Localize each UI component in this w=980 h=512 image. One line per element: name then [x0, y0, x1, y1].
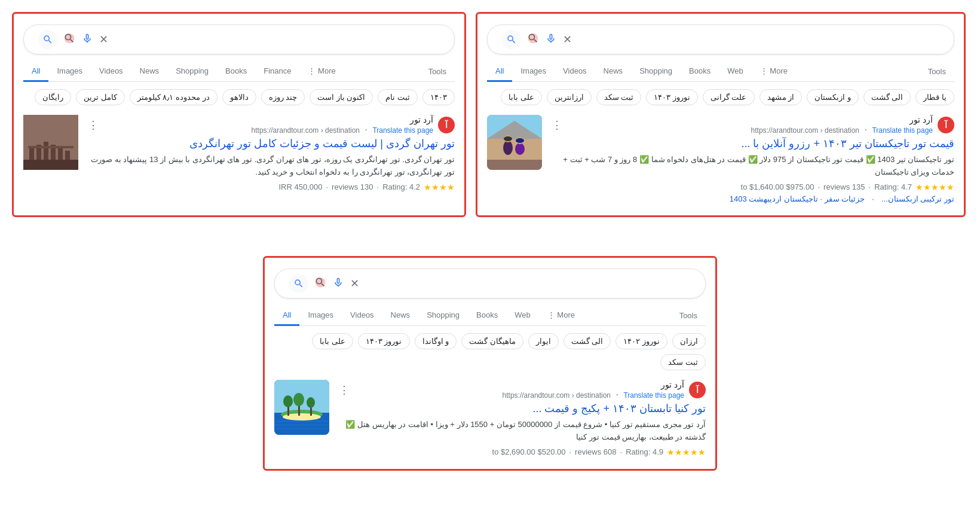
chip-uzbek-tajik[interactable]: و ازبکستان — [807, 89, 859, 105]
lens-icon-tehran[interactable] — [63, 32, 75, 47]
result-dots-tehran[interactable]: ⋮ — [88, 118, 99, 132]
tab-news-tehran[interactable]: News — [131, 62, 168, 82]
chip-eligasht-tajik[interactable]: الی گشت — [863, 89, 911, 105]
tab-news-tajik[interactable]: News — [595, 62, 632, 82]
result-thumb-tajik — [487, 115, 542, 170]
chip-mahigan-kenya[interactable]: ماهیگان گشت — [461, 333, 523, 349]
tab-more-tajik[interactable]: ⋮ More — [752, 62, 796, 82]
tab-all-kenya[interactable]: All — [274, 306, 299, 326]
mic-icon-kenya[interactable] — [332, 276, 344, 291]
chip-best-tehran[interactable]: کامل ترین — [76, 89, 125, 105]
search-input-kenya[interactable]: تور کنیا — [359, 278, 696, 289]
search-bar-kenya[interactable]: تور کنیا ✕ — [274, 269, 706, 298]
chip-free-tehran[interactable]: رایگان — [35, 89, 71, 105]
chip-cheap-kenya[interactable]: ارزان — [672, 333, 706, 349]
result-site-name-kenya: آرد تور — [503, 380, 684, 389]
result-translate-kenya[interactable]: Translate this page — [623, 391, 684, 400]
search-panel-tajik: تور تاجیکستان ✕ All Images Videos News S… — [476, 12, 966, 217]
tab-images-tajik[interactable]: Images — [512, 62, 555, 82]
result-site-info-tajik: آرد تور https://arandtour.com › destinat… — [751, 115, 933, 135]
chip-cheapest-tajik[interactable]: ارزانترین — [547, 89, 592, 105]
result-rating-tehran: ★★★★ Rating: 4.2 · 130 reviews · IRR 450… — [88, 182, 455, 192]
chip-register-tehran[interactable]: ثبت نام — [378, 89, 418, 105]
tab-tools-kenya[interactable]: Tools — [671, 306, 706, 325]
chip-dalahou-tehran[interactable]: دالاهو — [222, 89, 256, 105]
tab-videos-tajik[interactable]: Videos — [555, 62, 595, 82]
chip-1403-tehran[interactable]: ۱۴۰۳ — [422, 89, 455, 105]
clear-icon-tehran[interactable]: ✕ — [99, 33, 108, 46]
clear-icon-kenya[interactable]: ✕ — [350, 277, 359, 290]
tab-videos-tehran[interactable]: Videos — [91, 62, 131, 82]
chip-yaqatar-tajik[interactable]: یا قطار — [915, 89, 954, 105]
result-rating-tajik: ★★★★★ Rating: 4.7 · 135 reviews · $975.0… — [552, 182, 954, 192]
tab-tools-tehran[interactable]: Tools — [420, 62, 455, 81]
chip-alibaba-tajik[interactable]: علی بابا — [501, 89, 542, 105]
result-link-2-tajik[interactable]: جزئیات سفر · تاجیکستان اردیبهشت 1403 — [730, 194, 865, 203]
chip-alibaba-kenya[interactable]: علی بابا — [312, 333, 353, 349]
result-dots-kenya[interactable]: ⋮ — [339, 383, 350, 397]
result-site-name-tehran: آرد تور — [252, 115, 433, 124]
chip-norouz03-kenya[interactable]: نوروز ۱۴۰۳ — [358, 333, 410, 349]
rating-count-tehran: 130 reviews — [332, 182, 373, 191]
tab-books-tehran[interactable]: Books — [217, 62, 255, 82]
result-title-tehran[interactable]: تور تهران گردی | لیست قیمت و جزئیات کامل… — [88, 136, 455, 151]
search-bar-tajik[interactable]: تور تاجیکستان ✕ — [487, 25, 954, 54]
tab-books-kenya[interactable]: Books — [468, 306, 506, 326]
filter-chips-kenya: ارزان نوروز ۱۴۰۲ الی گشت ایوار ماهیگان گ… — [274, 333, 706, 370]
mic-icon-tehran[interactable] — [81, 32, 93, 47]
tab-images-tehran[interactable]: Images — [48, 62, 91, 82]
tab-more-tehran[interactable]: ⋮ More — [299, 62, 344, 82]
tab-shopping-tehran[interactable]: Shopping — [167, 62, 217, 82]
tab-news-kenya[interactable]: News — [382, 306, 419, 326]
result-header-kenya: آ آرد تور https://arandtour.com › destin… — [339, 380, 706, 400]
search-input-tajik[interactable]: تور تاجیکستان — [572, 34, 944, 45]
svg-point-17 — [504, 136, 512, 141]
chip-eligasht-kenya[interactable]: الی گشت — [564, 333, 611, 349]
result-translate-tehran[interactable]: Translate this page — [372, 126, 433, 135]
search-button-tehran[interactable] — [38, 30, 57, 49]
chip-distance-tehran[interactable]: در محدوده ۸٫۱ کیلومتر — [130, 89, 218, 105]
tab-all-tehran[interactable]: All — [23, 62, 48, 82]
chip-scd-kenya[interactable]: ثبت سکد — [660, 354, 706, 370]
tab-web-kenya[interactable]: Web — [506, 306, 539, 326]
tab-finance-tehran[interactable]: Finance — [255, 62, 299, 82]
chip-norouz-tajik[interactable]: نوروز ۱۴۰۳ — [646, 89, 698, 105]
stars-tehran: ★★★★ — [424, 182, 455, 192]
chip-mashhad-tajik[interactable]: از مشهد — [760, 89, 803, 105]
chip-norouz02-kenya[interactable]: نوروز ۱۴۰۲ — [615, 333, 667, 349]
search-button-tajik[interactable] — [502, 30, 521, 49]
tab-videos-kenya[interactable]: Videos — [342, 306, 382, 326]
result-link-1-tajik[interactable]: تور ترکیبی ازبکستان... — [881, 194, 954, 203]
bottom-row: تور کنیا ✕ All Images Videos News Shoppi… — [12, 256, 968, 471]
search-panel-kenya: تور کنیا ✕ All Images Videos News Shoppi… — [263, 256, 717, 471]
result-translate-tajik[interactable]: Translate this page — [872, 126, 933, 135]
chip-open-tehran[interactable]: اکنون باز است — [310, 89, 373, 105]
search-panel-tehran: تور تهران گردی ✕ All Images Videos News … — [12, 12, 466, 217]
result-url-tajik: https://arandtour.com › destination — [751, 126, 859, 135]
tab-all-tajik[interactable]: All — [487, 62, 512, 82]
tab-tools-tajik[interactable]: Tools — [920, 62, 954, 81]
chip-scd-tajik[interactable]: ثبت سکد — [596, 89, 642, 105]
tab-web-tajik[interactable]: Web — [719, 62, 752, 82]
search-button-kenya[interactable] — [289, 274, 308, 293]
search-input-tehran[interactable]: تور تهران گردی — [108, 34, 445, 45]
tab-more-kenya[interactable]: ⋮ More — [539, 306, 583, 326]
tab-books-tajik[interactable]: Books — [681, 62, 719, 82]
result-dots-tajik[interactable]: ⋮ — [552, 118, 562, 132]
search-bar-tehran[interactable]: تور تهران گردی ✕ — [23, 25, 455, 54]
result-title-kenya[interactable]: تور کنیا تابستان ۱۴۰۳ + پکیج و قیمت ... — [339, 401, 706, 416]
mic-icon-tajik[interactable] — [545, 32, 557, 47]
tab-shopping-kenya[interactable]: Shopping — [418, 306, 468, 326]
clear-icon-tajik[interactable]: ✕ — [563, 33, 572, 46]
tab-shopping-tajik[interactable]: Shopping — [631, 62, 681, 82]
chip-days-tehran[interactable]: چند روزه — [261, 89, 305, 105]
result-snippet-kenya: آرد تور مجری مستقیم تور کنیا • شروع قیمت… — [339, 419, 706, 444]
result-title-tajik[interactable]: قیمت تور تاجیکستان تیر ۱۴۰۳ + رزرو آنلای… — [552, 136, 954, 151]
chip-reason-tajik[interactable]: علت گرانی — [703, 89, 755, 105]
tab-images-kenya[interactable]: Images — [299, 306, 342, 326]
chip-ivar-kenya[interactable]: ایوار — [528, 333, 559, 349]
lens-icon-kenya[interactable] — [314, 276, 326, 291]
chip-uganda-kenya[interactable]: و اوگاندا — [415, 333, 457, 349]
lens-icon-tajik[interactable] — [527, 32, 539, 47]
result-site-name-tajik: آرد تور — [751, 115, 933, 124]
